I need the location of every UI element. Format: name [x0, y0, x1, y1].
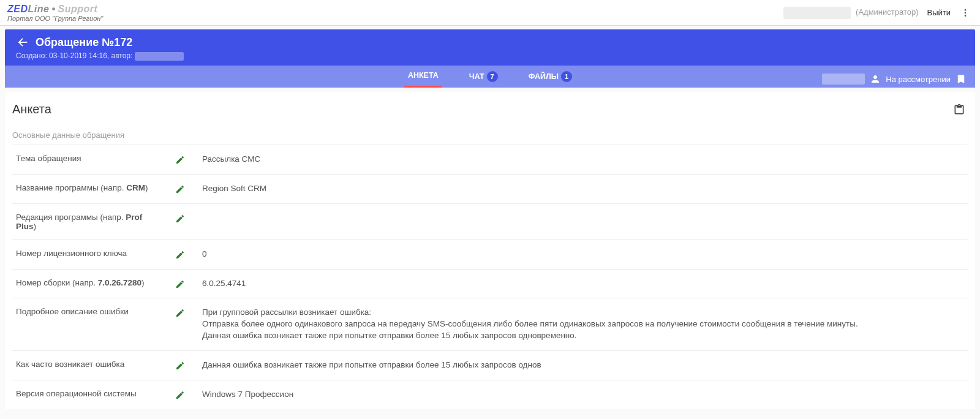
- ticket-meta-prefix: Создано: 03-10-2019 14:16, автор:: [16, 51, 132, 60]
- pencil-icon: [175, 214, 185, 224]
- pencil-icon: [175, 155, 185, 165]
- form-label: Тема обращения: [16, 154, 163, 163]
- brand-part-support: Support: [58, 4, 98, 14]
- form-rows: Тема обращенияРассылка СМСНазвание прогр…: [12, 145, 968, 409]
- tab-form-label: АНКЕТА: [408, 71, 439, 80]
- form-label-suffix: ): [34, 222, 37, 231]
- more-vert-icon: [960, 8, 970, 18]
- pencil-icon: [175, 390, 185, 400]
- form-row: Как часто возникает ошибкаДанная ошибка …: [12, 350, 968, 380]
- brand-title: ZEDLine•Support: [7, 4, 103, 15]
- ticket-header: Обращение №172 Создано: 03-10-2019 14:16…: [5, 29, 975, 66]
- form-label-text: Название программы (напр.: [16, 183, 126, 192]
- form-label: Название программы (напр. CRM): [16, 183, 163, 192]
- form-label: Как часто возникает ошибка: [16, 360, 163, 369]
- form-row: Версия операционной системыWindows 7 Про…: [12, 380, 968, 409]
- card-title-row: Анкета: [12, 101, 968, 118]
- svg-point-0: [965, 9, 967, 11]
- clipboard-icon: [953, 104, 965, 116]
- edit-button[interactable]: [175, 278, 190, 289]
- edit-button[interactable]: [175, 249, 190, 260]
- current-user: (Администратор): [783, 7, 918, 19]
- form-label-text: Номер лицензионного ключа: [16, 249, 127, 258]
- form-label: Версия операционной системы: [16, 389, 163, 398]
- form-row: Название программы (напр. CRM)Region Sof…: [12, 174, 968, 203]
- form-label-suffix: ): [145, 183, 148, 192]
- edit-button[interactable]: [175, 183, 190, 194]
- tab-files-label: ФАЙЛЫ: [529, 72, 559, 81]
- form-card: Анкета Основные данные обращения Тема об…: [5, 92, 975, 409]
- pencil-icon: [175, 184, 185, 194]
- pencil-icon: [175, 250, 185, 260]
- form-value: Данная ошибка возникает также при попытк…: [202, 360, 964, 371]
- ticket-author-placeholder: [135, 52, 184, 61]
- form-value: 0: [202, 249, 964, 260]
- bookmark-icon[interactable]: [956, 74, 967, 85]
- back-button[interactable]: [16, 36, 29, 49]
- ticket-meta: Создано: 03-10-2019 14:16, автор:: [16, 51, 964, 61]
- pencil-icon: [175, 361, 185, 371]
- assignee-placeholder: [822, 74, 865, 85]
- svg-point-1: [965, 12, 967, 13]
- top-bar: ZEDLine•Support Портал ООО "Группа Регио…: [0, 0, 980, 26]
- form-label-text: Подробное описание ошибки: [16, 307, 129, 316]
- tab-chat[interactable]: ЧАТ 7: [466, 65, 502, 88]
- ticket-status-block: На рассмотрении: [822, 74, 967, 85]
- form-label-text: Тема обращения: [16, 154, 81, 163]
- ticket-title-row: Обращение №172: [16, 36, 964, 49]
- form-row: Тема обращенияРассылка СМС: [12, 145, 968, 174]
- form-label-text: Редакция программы (напр.: [16, 213, 126, 222]
- form-row: Подробное описание ошибкиПри групповой р…: [12, 298, 968, 350]
- person-icon: [870, 74, 881, 85]
- form-label-text: Как часто возникает ошибка: [16, 360, 124, 369]
- form-value: Windows 7 Профессион: [202, 389, 964, 401]
- form-value: Region Soft CRM: [202, 183, 964, 195]
- brand-dot: •: [49, 4, 58, 14]
- form-label-text: Номер сборки (напр.: [16, 278, 98, 287]
- tab-files-badge: 1: [561, 71, 572, 82]
- brand-subtitle: Портал ООО "Группа Регион": [7, 15, 103, 22]
- pencil-icon: [175, 279, 185, 289]
- user-name-placeholder: [783, 7, 851, 19]
- form-label-bold: CRM: [126, 183, 145, 192]
- form-value: При групповой рассылки возникает ошибка:…: [202, 307, 964, 342]
- brand: ZEDLine•Support Портал ООО "Группа Регио…: [7, 4, 103, 22]
- form-label-text: Версия операционной системы: [16, 389, 137, 398]
- form-label: Номер сборки (напр. 7.0.26.7280): [16, 278, 163, 287]
- pencil-icon: [175, 308, 185, 318]
- edit-button[interactable]: [175, 154, 190, 165]
- user-role: (Администратор): [856, 7, 918, 17]
- form-row: Номер сборки (напр. 7.0.26.7280)6.0.25.4…: [12, 269, 968, 298]
- arrow-back-icon: [16, 36, 29, 49]
- edit-button[interactable]: [175, 389, 190, 400]
- more-menu-button[interactable]: [958, 6, 973, 20]
- form-label: Номер лицензионного ключа: [16, 249, 163, 258]
- form-row: Редакция программы (напр. Prof Plus): [12, 203, 968, 240]
- form-label-bold: 7.0.26.7280: [98, 278, 141, 287]
- tab-form[interactable]: АНКЕТА: [404, 65, 442, 88]
- ticket-title: Обращение №172: [36, 36, 132, 49]
- svg-point-2: [965, 15, 967, 17]
- form-row: Номер лицензионного ключа0: [12, 240, 968, 269]
- form-value: 6.0.25.4741: [202, 278, 964, 290]
- form-label: Редакция программы (напр. Prof Plus): [16, 213, 163, 231]
- edit-button[interactable]: [175, 213, 190, 224]
- form-label: Подробное описание ошибки: [16, 307, 163, 316]
- copy-button[interactable]: [951, 101, 968, 118]
- card-title: Анкета: [12, 102, 951, 116]
- form-label-suffix: ): [141, 278, 145, 287]
- ticket-status-text: На рассмотрении: [886, 75, 951, 84]
- section-label: Основные данные обращения: [12, 130, 968, 140]
- brand-part-zed: ZED: [7, 4, 28, 14]
- tab-files[interactable]: ФАЙЛЫ 1: [525, 65, 576, 88]
- form-value: Рассылка СМС: [202, 154, 964, 165]
- logout-button[interactable]: Выйти: [927, 8, 951, 17]
- edit-button[interactable]: [175, 360, 190, 371]
- brand-part-line: Line: [28, 4, 50, 14]
- tab-chat-badge: 7: [487, 71, 498, 82]
- tab-chat-label: ЧАТ: [469, 72, 484, 81]
- edit-button[interactable]: [175, 307, 190, 318]
